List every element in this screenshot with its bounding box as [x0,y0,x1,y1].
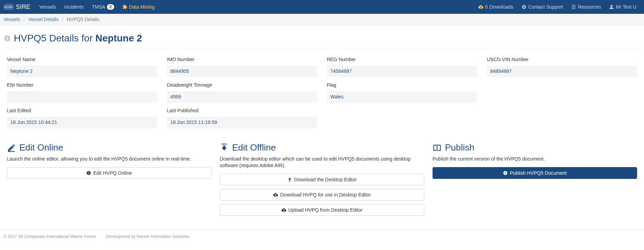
vessel-details-grid: Vessel Name IMO Number REG Number USCG V… [7,54,637,128]
nav-data-mining[interactable]: Data Mining [118,1,159,13]
nav-data-mining-label: Data Mining [129,4,155,10]
value-eni [7,91,157,103]
publish-desc: Publish the current version of the HVPQ5… [433,156,637,162]
nav-downloads[interactable]: 0 Downloads [474,1,517,13]
back-button[interactable] [3,35,11,42]
label-last-edited: Last Edited [7,105,157,115]
edit-online-desc: Launch the online editor, allowing you t… [7,156,211,162]
download-desktop-editor-button[interactable]: Download the Desktop Editor [220,174,424,185]
puzzle-icon [122,4,127,9]
breadcrumb: Vessels / Vessel Details / HVPQ5 Details [0,14,644,25]
label-dwt: Deadweight Tonnage [167,79,317,89]
publish-section: Publish Publish the current version of t… [433,142,637,219]
upload-hvpq-label: Upload HVPQ from Desktop Editor [288,207,363,213]
actions-row: Edit Online Launch the online editor, al… [7,142,637,219]
nav-contact-support[interactable]: Contact Support [517,1,567,13]
nav-left: Vessels Incidents TMSA 2 Data Mining [35,1,159,13]
label-flag: Flag [327,79,477,89]
edit-online-section: Edit Online Launch the online editor, al… [7,142,211,219]
ocimf-logo: OCIMF [3,4,14,10]
cloud-download-icon [273,192,278,197]
footer-dev: Development by Marine Information Soluti… [106,234,189,239]
tmsa-badge: 2 [107,4,114,10]
book-icon [571,4,576,9]
edit-hvpq-online-label: Edit HVPQ Online [93,170,132,176]
edit-hvpq-online-button[interactable]: Edit HVPQ Online [7,167,211,179]
nav-tmsa-label: TMSA [92,4,105,10]
breadcrumb-separator: / [60,17,66,22]
footer: © 2017 Oil Companies International Marin… [0,230,644,243]
download-desktop-editor-label: Download the Desktop Editor [294,177,357,182]
book-open-icon [433,143,442,152]
publish-title-text: Publish [445,142,474,153]
navbar: OCIMF SIRE Vessels Incidents TMSA 2 Data… [0,0,644,14]
brand-name: SIRE [16,3,30,11]
nav-incidents[interactable]: Incidents [60,1,88,13]
breadcrumb-separator: / [21,17,27,22]
value-uscg: 84894687 [487,66,637,77]
download-icon [287,177,292,182]
page-title-prefix: HVPQ5 Details for [14,33,96,44]
breadcrumb-current: HVPQ5 Details [67,17,99,22]
value-last-edited: 18 Jun 2015 10:44:21 [7,117,157,128]
user-icon [609,4,614,9]
cloud-upload-icon [281,208,286,212]
edit-offline-title-text: Edit Offline [232,142,276,153]
label-uscg: USCG VIN Number [487,54,637,64]
nav-vessels[interactable]: Vessels [35,1,60,13]
value-flag: Wales [327,91,477,103]
value-vessel-name: Neptune 2 [7,66,157,77]
publish-hvpq5-label: Publish HVPQ5 Document [510,170,567,176]
value-imo: 8644905 [167,66,317,77]
page-title: HVPQ5 Details for Neptune 2 [14,33,142,44]
label-reg: REG Number [327,54,477,64]
edit-offline-section: Edit Offline Download the desktop editor… [220,142,424,219]
publish-title: Publish [433,142,637,153]
edit-icon [7,143,16,152]
edit-online-title-text: Edit Online [19,142,63,153]
breadcrumb-vessels[interactable]: Vessels [3,17,20,22]
nav-tmsa[interactable]: TMSA 2 [88,1,118,13]
breadcrumb-vessel-details[interactable]: Vessel Details [28,17,59,22]
footer-copyright: © 2017 Oil Companies International Marin… [3,234,96,239]
value-last-published: 18 Jun 2015 11:19:59 [167,117,317,128]
life-ring-icon [522,4,526,9]
brand[interactable]: OCIMF SIRE [3,3,30,11]
nav-right: 0 Downloads Contact Support Resources Mr… [474,1,641,13]
arrow-right-circle-icon [503,171,508,175]
resources-label: Resources [578,4,601,10]
download-hvpq-label: Download HVPQ for use in Desktop Editor [280,192,371,198]
label-imo: IMO Number [167,54,317,64]
nav-resources[interactable]: Resources [567,1,605,13]
download-hvpq-button[interactable]: Download HVPQ for use in Desktop Editor [220,189,424,201]
label-vessel-name: Vessel Name [7,54,157,64]
download-icon [220,143,229,152]
value-reg: 74584687 [327,66,477,77]
value-dwt: 4999 [167,91,317,103]
edit-offline-title: Edit Offline [220,142,424,153]
page-title-row: HVPQ5 Details for Neptune 2 [3,29,641,48]
edit-online-title: Edit Online [7,142,211,153]
label-eni: ENI Number [7,79,157,89]
cloud-download-icon [478,4,483,9]
downloads-label: Downloads [489,4,513,10]
edit-offline-desc: Download the desktop editor which can be… [220,156,424,169]
user-label: Mr Test U [616,4,636,10]
upload-hvpq-button[interactable]: Upload HVPQ from Desktop Editor [220,204,424,216]
arrow-left-circle-icon [3,35,11,42]
publish-hvpq5-button[interactable]: Publish HVPQ5 Document [433,167,637,179]
downloads-count: 0 [485,4,488,10]
page-title-vessel: Neptune 2 [96,33,142,44]
nav-user[interactable]: Mr Test U [605,1,641,13]
label-last-published: Last Published [167,105,317,115]
contact-label: Contact Support [528,4,563,10]
arrow-right-circle-icon [86,171,91,175]
